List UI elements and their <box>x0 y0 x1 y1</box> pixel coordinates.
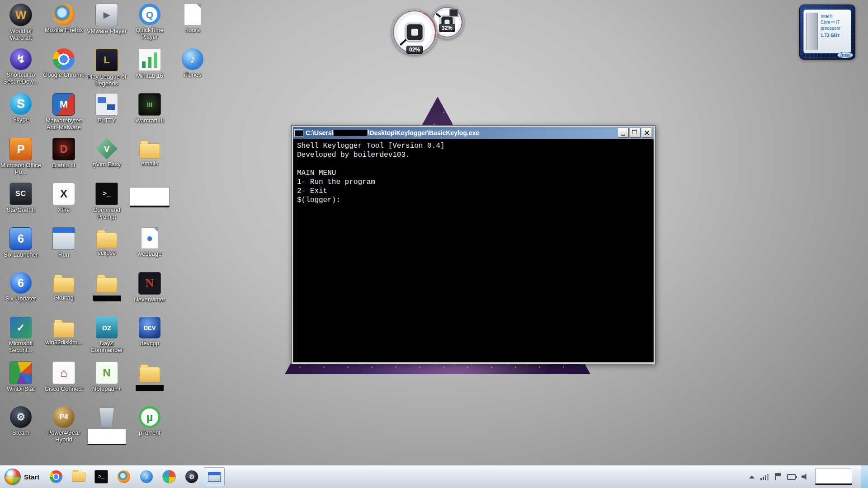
desktop-icon-power4gear-hybrid[interactable]: P4Power4Gear Hybrid <box>43 406 85 443</box>
desktop-icon-neverwinter[interactable]: NNeverwinter <box>129 272 170 303</box>
intel-logo: intel <box>837 52 853 58</box>
desktop-icon-eclipse[interactable]: eclipse <box>86 227 127 257</box>
desktop-icon-microsoft-security[interactable]: ✓Microsoft Securit... <box>0 317 42 354</box>
microsoft-security-icon: ✓ <box>10 317 32 338</box>
redacted-label <box>136 385 164 391</box>
desktop-icon-warcraft-iii[interactable]: IIIWarcraft III <box>129 93 170 124</box>
taskbar-item-keylogger-console[interactable] <box>204 467 225 486</box>
notepad-plus-plus-icon: N <box>95 361 118 384</box>
desktop-icon-diablo-iii[interactable]: DDiablo III <box>43 138 85 169</box>
desktop-icon-utorrent[interactable]: µµTorrent <box>129 406 170 436</box>
taskbar-item-chrome[interactable] <box>46 467 66 486</box>
play-league-of-legends-icon: L <box>95 48 118 72</box>
desktop-icon-run[interactable]: Run <box>43 227 85 258</box>
taskbar-item-firefox[interactable] <box>113 467 134 486</box>
windows-start-icon <box>5 469 21 485</box>
taskbar-item-paint[interactable] <box>159 467 179 486</box>
icon-label: Power4Gear Hybrid <box>43 430 85 443</box>
desktop-icon-starcraft-ii[interactable]: SCStarCraft II <box>0 183 42 214</box>
icon-label: Skype <box>13 117 29 123</box>
redacted-folder-2-icon <box>139 367 160 382</box>
icon-label: Minitab 16 <box>136 73 163 80</box>
taskbar-item-itunes[interactable]: ♪ <box>136 467 157 486</box>
desktop-icon-dayz-commander[interactable]: DZDayZ Commander <box>86 317 127 354</box>
network-icon[interactable] <box>760 474 769 480</box>
desktop-icon-notepad-plus-plus[interactable]: NNotepad++ <box>86 361 127 393</box>
minimize-button[interactable] <box>618 128 629 138</box>
desktop-icon-world-of-warcraft[interactable]: WWorld of Warcraft <box>0 4 42 42</box>
taskbar-item-explorer[interactable] <box>68 467 89 486</box>
icon-label: World of Warcraft <box>0 28 42 42</box>
desktop-icon-minitab-16[interactable]: Minitab 16 <box>129 48 170 80</box>
cpu-meter-gadget[interactable]: 02% <box>392 9 438 55</box>
dayz-commander-icon: DZ <box>96 317 118 338</box>
desktop-icon-skultag[interactable]: Skultag <box>43 272 85 301</box>
console-titlebar[interactable]: C:\Users\\Desktop\Keylogger\BasicKeylog.… <box>293 127 654 139</box>
show-desktop-button[interactable] <box>861 465 868 488</box>
start-button[interactable]: Start <box>0 465 45 488</box>
desktop-icon-win32diskim[interactable]: win32diskim... <box>43 317 85 346</box>
intel-cpu-gadget[interactable]: Intel® Core™ i7 processor 1.73 GHz intel <box>799 5 855 60</box>
cmd-window-icon <box>294 129 303 137</box>
taskbar-item-command-prompt[interactable]: >_ <box>91 467 112 486</box>
desktop-icon-skype[interactable]: SSkype <box>0 93 42 123</box>
taskbar-item-steam[interactable]: ⚙ <box>181 467 202 486</box>
itunes-icon: ♪ <box>182 48 203 70</box>
desktop-icon-steam[interactable]: ⚙Steam <box>0 406 42 436</box>
icon-label: emails <box>141 160 158 167</box>
desktop-icon-devcpp[interactable]: DEVdevcpp <box>129 317 170 347</box>
desktop: WWorld of Warcraft↯Shortcut to SecureDow… <box>0 0 868 488</box>
desktop-icon-play-league-of-legends[interactable]: LPlay League of Legends <box>86 48 127 87</box>
close-button[interactable] <box>642 128 652 138</box>
desktop-icon-hours[interactable]: hours <box>172 4 213 34</box>
desktop-icon-windirstat[interactable]: WinDirStat <box>0 361 42 393</box>
cpu-chip-icon <box>806 13 818 50</box>
desktop-icon-redacted-folder-1[interactable] <box>86 272 127 301</box>
desktop-icon-cisco-connect[interactable]: ⌂Cisco Connect <box>43 361 85 393</box>
show-hidden-icons-arrow[interactable] <box>749 475 755 479</box>
desktop-icon-itunes[interactable]: ♪iTunes <box>172 48 213 79</box>
icon-label: Malwarebytes Anti-Malware <box>43 117 85 131</box>
console-output[interactable]: Shell Keylogger Tool [Version 0.4]Develo… <box>293 139 654 362</box>
desktop-icon-command-prompt[interactable]: >_Command Prompt <box>86 183 127 221</box>
quicktime-player-icon: Q <box>139 4 160 25</box>
icon-label: Run <box>58 252 69 258</box>
action-center-flag-icon[interactable] <box>775 473 781 480</box>
eclipse-icon <box>96 233 117 248</box>
desktop-icon-redacted-folder-2[interactable] <box>129 361 170 391</box>
icon-label: Skultag <box>54 295 73 301</box>
desktop-icon-six-launcher[interactable]: 6Six Launcher <box>0 227 42 258</box>
username-redaction-box <box>334 130 367 136</box>
console-line: 2- Exit <box>297 187 650 196</box>
redacted-label <box>87 429 126 445</box>
warcraft-iii-icon: III <box>138 93 161 116</box>
desktop-icon-webpage[interactable]: ●webpage <box>129 227 170 258</box>
icon-label: Neverwinter <box>134 296 165 303</box>
desktop-icon-quicktime-player[interactable]: QQuickTime Player <box>129 4 170 41</box>
desktop-icon-malwarebytes[interactable]: MMalwarebytes Anti-Malware <box>43 93 85 131</box>
emails-icon <box>139 143 160 159</box>
desktop-icon-redacted-item[interactable] <box>129 183 170 207</box>
redaction-box <box>130 187 170 207</box>
desktop-icon-recycle-bin[interactable] <box>86 406 127 445</box>
maximize-button[interactable] <box>630 128 641 138</box>
desktop-icon-emails[interactable]: emails <box>129 138 170 167</box>
desktop-icon-microsoft-office-po[interactable]: PMicrosoft Office Po... <box>0 138 42 176</box>
window-title: C:\Users\\Desktop\Keylogger\BasicKeylog.… <box>306 129 616 136</box>
desktop-icon-xfire[interactable]: XXfire <box>43 183 85 214</box>
desktop-icon-shortcut-securedow[interactable]: ↯Shortcut to SecureDow... <box>0 48 42 85</box>
starcraft-ii-icon: SC <box>9 183 32 205</box>
gvim-easy-icon: V <box>96 138 118 160</box>
desktop-icon-gvim-easy[interactable]: VgVim Easy <box>86 138 127 168</box>
desktop-icon-google-chrome[interactable]: Google Chrome <box>43 48 85 79</box>
desktop-icon-putty[interactable]: PuTTY <box>86 93 127 124</box>
power-plug-icon[interactable] <box>787 474 796 480</box>
desktop-icon-six-updater[interactable]: 6Six Updater <box>0 272 42 302</box>
keylogger-console-icon <box>208 472 221 482</box>
volume-icon[interactable] <box>802 474 809 480</box>
desktop-icon-mozilla-firefox[interactable]: Mozilla Firefox <box>43 4 85 34</box>
taskbar: Start >_♪⚙ <box>0 465 868 488</box>
recycle-bin-icon <box>99 408 114 427</box>
desktop-icon-vmware-player[interactable]: ▶VMware Player <box>86 4 127 35</box>
intel-brand-line: Intel® <box>821 14 849 19</box>
